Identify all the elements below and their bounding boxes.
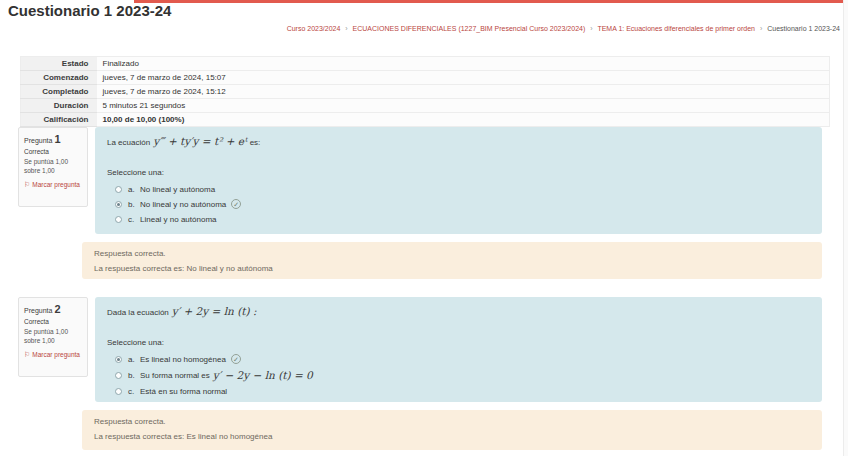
option-text: No lineal y autónoma bbox=[140, 185, 215, 194]
answer-option-a: a. No lineal y autónoma bbox=[107, 184, 810, 194]
summary-row: Calificación 10,00 de 10,00 (100%) bbox=[21, 113, 830, 127]
option-letter: b. bbox=[128, 371, 140, 380]
question-number: Pregunta1 bbox=[24, 133, 82, 145]
attempt-summary-table: Estado Finalizado Comenzado jueves, 7 de… bbox=[20, 56, 830, 127]
summary-row-value: 10,00 de 10,00 (100%) bbox=[97, 113, 830, 127]
summary-row-label: Calificación bbox=[21, 113, 97, 127]
feedback-title: Respuesta correcta. bbox=[94, 417, 810, 426]
summary-row: Duración 5 minutos 21 segundos bbox=[21, 99, 830, 113]
page-title: Cuestionario 1 2023-24 bbox=[8, 2, 171, 19]
select-one-label: Seleccione una: bbox=[107, 338, 810, 347]
summary-row-value: jueves, 7 de marzo de 2024, 15:12 bbox=[97, 85, 830, 99]
summary-row-label: Completado bbox=[21, 85, 97, 99]
option-letter: a. bbox=[128, 355, 140, 364]
answer-option-c: c. Está en su forma normal bbox=[107, 386, 810, 396]
question-status: Correcta bbox=[24, 148, 82, 155]
question-1-body: La ecuacióny‴ + ty′y = t² + eᵗes: Selecc… bbox=[95, 127, 822, 234]
summary-row: Comenzado jueves, 7 de marzo de 2024, 15… bbox=[21, 71, 830, 85]
option-text: No lineal y no autónoma bbox=[140, 200, 226, 209]
summary-row: Completado jueves, 7 de marzo de 2024, 1… bbox=[21, 85, 830, 99]
breadcrumb-link-subject[interactable]: ECUACIONES DIFERENCIALES (1227_BIM Prese… bbox=[353, 25, 586, 32]
question-2-feedback: Respuesta correcta. La respuesta correct… bbox=[82, 410, 822, 450]
summary-row-value: 5 minutos 21 segundos bbox=[97, 99, 830, 113]
scrollbar[interactable] bbox=[843, 0, 848, 456]
feedback-text: La respuesta correcta es: Es lineal no h… bbox=[94, 432, 810, 441]
breadcrumb-separator: › bbox=[345, 25, 347, 32]
summary-row-value: Finalizado bbox=[97, 57, 830, 71]
option-text: Está en su forma normal bbox=[140, 387, 227, 396]
option-letter: c. bbox=[128, 387, 140, 396]
feedback-title: Respuesta correcta. bbox=[94, 249, 810, 258]
flag-label: Marcar pregunta bbox=[32, 351, 80, 358]
question-text: La ecuacióny‴ + ty′y = t² + eᵗes: bbox=[107, 135, 810, 147]
answer-option-a: a. Es lineal no homogénea ✓ bbox=[107, 354, 810, 364]
question-1-feedback: Respuesta correcta. La respuesta correct… bbox=[82, 242, 822, 279]
question-status: Correcta bbox=[24, 318, 82, 325]
breadcrumb: Curso 2023/2024 › ECUACIONES DIFERENCIAL… bbox=[287, 25, 840, 32]
equation: y′ − 2y − ln (t) = 0 bbox=[213, 369, 313, 381]
correct-check-icon: ✓ bbox=[231, 199, 241, 209]
question-1-info-card: Pregunta1 Correcta Se puntúa 1,00 sobre … bbox=[18, 127, 88, 207]
breadcrumb-separator: › bbox=[760, 25, 762, 32]
answer-option-c: c. Lineal y no autónoma bbox=[107, 214, 810, 224]
option-text: Su forma normal es bbox=[140, 371, 210, 380]
breadcrumb-link-topic[interactable]: TEMA 1: Ecuaciones diferenciales de prim… bbox=[597, 25, 755, 32]
radio-button[interactable] bbox=[115, 356, 122, 363]
option-letter: c. bbox=[128, 215, 140, 224]
radio-button[interactable] bbox=[115, 372, 122, 379]
correct-check-icon: ✓ bbox=[231, 354, 241, 364]
feedback-text: La respuesta correcta es: No lineal y no… bbox=[94, 264, 810, 273]
flag-question-link[interactable]: ⚐Marcar pregunta bbox=[24, 350, 82, 360]
option-text: Es lineal no homogénea bbox=[140, 355, 226, 364]
option-letter: b. bbox=[128, 200, 140, 209]
breadcrumb-current: Cuestionario 1 2023-24 bbox=[767, 25, 840, 32]
question-2-body: Dada la ecuacióny′ + 2y = ln (t) : Selec… bbox=[95, 297, 822, 402]
flag-label: Marcar pregunta bbox=[32, 181, 80, 188]
radio-button[interactable] bbox=[115, 201, 122, 208]
breadcrumb-link-course[interactable]: Curso 2023/2024 bbox=[287, 25, 341, 32]
breadcrumb-separator: › bbox=[590, 25, 592, 32]
question-2-info-card: Pregunta2 Correcta Se puntúa 1,00 sobre … bbox=[18, 297, 88, 377]
answer-option-b: b. Su forma normal es y′ − 2y − ln (t) =… bbox=[107, 369, 810, 381]
summary-row-label: Estado bbox=[21, 57, 97, 71]
summary-row: Estado Finalizado bbox=[21, 57, 830, 71]
radio-button[interactable] bbox=[115, 216, 122, 223]
summary-row-label: Duración bbox=[21, 99, 97, 113]
summary-row-value: jueves, 7 de marzo de 2024, 15:07 bbox=[97, 71, 830, 85]
question-number: Pregunta2 bbox=[24, 303, 82, 315]
option-text: Lineal y no autónoma bbox=[140, 215, 217, 224]
equation: y‴ + ty′y = t² + eᵗ bbox=[153, 135, 247, 147]
answer-options: a. Es lineal no homogénea ✓ b. Su forma … bbox=[107, 354, 810, 396]
flag-icon: ⚐ bbox=[24, 351, 30, 358]
question-points: Se puntúa 1,00 sobre 1,00 bbox=[24, 328, 82, 346]
flag-question-link[interactable]: ⚐Marcar pregunta bbox=[24, 180, 82, 190]
radio-button[interactable] bbox=[115, 388, 122, 395]
select-one-label: Seleccione una: bbox=[107, 168, 810, 177]
summary-row-label: Comenzado bbox=[21, 71, 97, 85]
equation: y′ + 2y = ln (t) : bbox=[172, 305, 257, 317]
radio-button[interactable] bbox=[115, 186, 122, 193]
answer-option-b: b. No lineal y no autónoma ✓ bbox=[107, 199, 810, 209]
question-text: Dada la ecuacióny′ + 2y = ln (t) : bbox=[107, 305, 810, 317]
flag-icon: ⚐ bbox=[24, 181, 30, 188]
question-points: Se puntúa 1,00 sobre 1,00 bbox=[24, 158, 82, 176]
answer-options: a. No lineal y autónoma b. No lineal y n… bbox=[107, 184, 810, 224]
top-accent-bar bbox=[134, 0, 848, 3]
option-letter: a. bbox=[128, 185, 140, 194]
